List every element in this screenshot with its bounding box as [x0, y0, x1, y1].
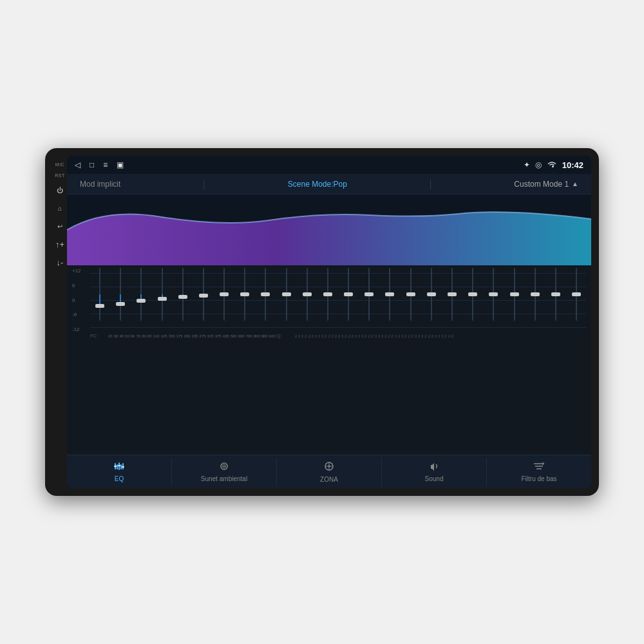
q-val-16: 2.2	[401, 334, 406, 338]
screen: ◁ □ ≡ ▣ ✦ ◎ 10:42 Mod implicit	[67, 156, 591, 488]
slider-thumb-600[interactable]	[489, 292, 498, 296]
slider-thumb-80[interactable]	[220, 292, 229, 296]
slider-500[interactable]	[463, 268, 482, 326]
slider-track-235	[368, 268, 370, 321]
slider-thumb-125[interactable]	[282, 292, 291, 296]
scene-mode[interactable]: Scene Mode:Pop	[288, 180, 347, 189]
slider-thumb-70[interactable]	[199, 294, 208, 298]
home-icon[interactable]: □	[90, 160, 94, 169]
slider-thumb-20[interactable]	[95, 304, 104, 308]
slider-thumb-920[interactable]	[572, 292, 581, 296]
freq-val-700: 700	[246, 334, 252, 338]
eq-visualizer	[67, 194, 591, 265]
slider-thumb-150[interactable]	[303, 292, 312, 296]
slider-40[interactable]	[131, 268, 151, 326]
slider-thumb-435[interactable]	[448, 292, 457, 296]
q-val-8: 2.2	[348, 334, 354, 338]
slider-800[interactable]	[526, 268, 545, 326]
freq-val-20: 20	[108, 334, 113, 338]
slider-thumb-860[interactable]	[551, 292, 560, 296]
fc-row: FC:2030405060708095110125150175200235275…	[90, 334, 276, 338]
freq-val-860: 860	[261, 334, 268, 338]
slider-thumb-110[interactable]	[261, 292, 270, 296]
volume-up-button[interactable]: ↑+	[54, 238, 66, 250]
slider-thumb-50[interactable]	[158, 297, 167, 301]
slider-175[interactable]	[318, 268, 337, 326]
slider-thumb-40[interactable]	[137, 299, 146, 303]
slider-thumb-175[interactable]	[323, 292, 332, 296]
filtru-nav-icon	[533, 462, 545, 473]
slider-track-20	[99, 268, 100, 321]
slider-150[interactable]	[298, 268, 317, 326]
power-button[interactable]: ⏻	[54, 184, 66, 196]
slider-thumb-700[interactable]	[510, 292, 519, 296]
slider-700[interactable]	[504, 268, 524, 326]
freq-val-800: 800	[254, 334, 260, 338]
status-left: ◁ □ ≡ ▣	[75, 160, 124, 169]
slider-50[interactable]	[153, 268, 172, 326]
nav-item-zona[interactable]: ZONA	[277, 457, 382, 487]
slider-920[interactable]	[567, 268, 586, 326]
sound-nav-icon	[429, 462, 439, 473]
slider-thumb-95[interactable]	[240, 292, 249, 296]
freq-val-435: 435	[223, 334, 229, 338]
mod-implicit[interactable]: Mod implicit	[80, 180, 120, 189]
nav-item-eq[interactable]: EQ	[67, 458, 172, 486]
slider-thumb-500[interactable]	[468, 292, 477, 296]
slider-track-375	[431, 268, 432, 321]
slider-200[interactable]	[339, 268, 358, 326]
freq-val-235: 235	[192, 334, 198, 338]
slider-60[interactable]	[173, 268, 193, 326]
back-icon[interactable]: ◁	[75, 160, 80, 169]
slider-275[interactable]	[380, 268, 399, 326]
slider-600[interactable]	[484, 268, 503, 326]
home-side-button[interactable]: ⌂	[54, 202, 66, 214]
slider-thumb-375[interactable]	[427, 292, 436, 296]
scale-6-neg: -6	[72, 312, 90, 317]
q-val-10: 2.2	[361, 334, 366, 338]
screenshot-icon[interactable]: ▣	[117, 160, 124, 169]
slider-thumb-60[interactable]	[178, 295, 187, 299]
mic-label: MIC	[55, 162, 64, 167]
slider-70[interactable]	[194, 268, 213, 326]
svg-rect-1	[117, 464, 118, 469]
separator-2: |	[430, 178, 432, 190]
nav-item-sunet[interactable]: Sunet ambiental	[172, 458, 277, 486]
q-val-9: 2.2	[355, 334, 360, 338]
slider-thumb-235[interactable]	[365, 292, 374, 296]
back-side-button[interactable]: ↩	[54, 220, 66, 232]
slider-thumb-200[interactable]	[344, 292, 353, 296]
rst-label: RST	[55, 173, 65, 178]
nav-item-filtru[interactable]: Filtru de bas	[487, 458, 591, 486]
slider-30[interactable]	[111, 268, 130, 326]
slider-track-150	[307, 268, 308, 321]
slider-125[interactable]	[277, 268, 296, 326]
freq-val-275: 275	[200, 334, 206, 338]
q-label: Q:	[277, 334, 294, 338]
slider-375[interactable]	[422, 268, 441, 326]
nav-item-sound[interactable]: Sound	[382, 458, 487, 486]
slider-95[interactable]	[235, 268, 254, 326]
slider-track-600	[493, 268, 494, 321]
q-val-23: 2.2	[448, 334, 453, 338]
slider-thumb-30[interactable]	[116, 302, 125, 306]
freq-val-110: 110	[153, 334, 160, 338]
slider-110[interactable]	[256, 268, 275, 326]
slider-20[interactable]	[90, 268, 109, 326]
slider-track-30	[120, 268, 121, 321]
slider-track-275	[389, 268, 390, 321]
bottom-nav: EQ Sunet ambiental ZONA Sound Filtru de …	[67, 455, 591, 488]
slider-track-110	[265, 268, 266, 321]
volume-down-button[interactable]: ↓-	[54, 256, 66, 268]
slider-thumb-315[interactable]	[406, 292, 415, 296]
slider-315[interactable]	[401, 268, 421, 326]
slider-235[interactable]	[359, 268, 379, 326]
slider-thumb-800[interactable]	[531, 292, 540, 296]
slider-80[interactable]	[214, 268, 234, 326]
custom-mode[interactable]: Custom Mode 1 ▲	[514, 180, 578, 189]
slider-860[interactable]	[546, 268, 565, 326]
slider-thumb-275[interactable]	[385, 292, 394, 296]
freq-val-125: 125	[161, 334, 167, 338]
menu-icon[interactable]: ≡	[103, 160, 108, 169]
slider-435[interactable]	[442, 268, 462, 326]
